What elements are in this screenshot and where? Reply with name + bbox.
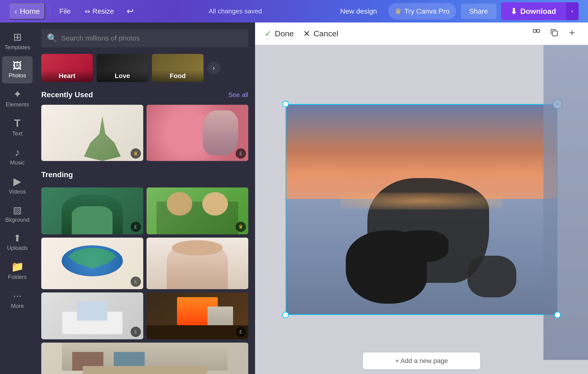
canvas-frame[interactable]: ↻ — [285, 104, 557, 315]
sidebar-item-elements[interactable]: ✦ Elements — [2, 84, 32, 113]
download-button[interactable]: ⬇ Download — [501, 2, 566, 20]
music-icon: ♪ — [15, 147, 20, 157]
undo-button[interactable]: ↩ — [123, 3, 137, 20]
icon-sidebar: ⊞ Templates 🖼 Photos ✦ Elements T Text ♪… — [0, 22, 35, 374]
resize-handle-bottom-left[interactable] — [282, 312, 289, 318]
file-button[interactable]: File — [55, 4, 75, 19]
done-cancel-bar: ✓ Done ✕ Cancel — [255, 22, 588, 45]
trending-title: Trending — [41, 170, 73, 179]
category-chip-love[interactable]: Love — [97, 54, 148, 82]
more-icon: ··· — [13, 291, 22, 301]
search-input[interactable] — [61, 34, 243, 42]
canvas-duplicate-button[interactable] — [548, 26, 561, 41]
canvas-workspace[interactable]: ↻ + Add a new page — [255, 45, 588, 374]
svg-rect-2 — [553, 31, 557, 36]
pro-badge-1: ♛ — [131, 148, 141, 159]
sidebar-item-more[interactable]: ··· More — [2, 286, 32, 314]
heart-chip-label: Heart — [41, 70, 93, 82]
new-design-button[interactable]: New design — [334, 3, 384, 19]
sidebar-item-uploads[interactable]: ⬆ Uploads — [2, 229, 32, 256]
see-all-button[interactable]: See all — [228, 91, 248, 99]
canvas-area: ✓ Done ✕ Cancel — [255, 22, 588, 374]
pro-badge-4: ♛ — [236, 222, 246, 232]
home-button[interactable]: ‹ Home — [9, 3, 45, 20]
done-button[interactable]: ✓ Done — [264, 29, 294, 39]
svg-rect-1 — [537, 30, 540, 32]
resize-label: Resize — [92, 7, 114, 15]
trending-photo-5[interactable]: £ — [41, 292, 143, 339]
canvas-copy-style-button[interactable] — [530, 26, 543, 41]
photos-panel: 🔍 Heart Love Food › Recently Used See al… — [35, 22, 255, 374]
sidebar-item-text[interactable]: T Text — [2, 114, 32, 142]
try-pro-button[interactable]: ♛ Try Canva Pro — [388, 3, 456, 20]
love-chip-label: Love — [97, 70, 148, 82]
add-page-button[interactable]: + Add a new page — [363, 353, 480, 369]
rock-right — [467, 256, 516, 298]
uploads-icon: ⬆ — [13, 233, 21, 243]
new-design-label: New design — [340, 7, 377, 15]
download-more-button[interactable]: ▾ — [566, 2, 579, 20]
divider — [50, 5, 50, 17]
download-label: Download — [520, 7, 556, 16]
recent-photo-1[interactable]: ♛ — [41, 105, 143, 161]
pro-badge-7: £ — [236, 327, 246, 337]
category-row: Heart Love Food › — [41, 54, 248, 82]
checkmark-icon: ✓ — [264, 29, 272, 39]
resize-handle-bottom-right[interactable] — [554, 312, 561, 318]
share-button[interactable]: Share — [461, 3, 496, 19]
photos-label: Photos — [9, 72, 26, 79]
trending-grid: £ ♛ £ — [41, 187, 248, 374]
pro-badge-6: £ — [131, 327, 141, 337]
music-label: Music — [10, 159, 25, 166]
trending-photo-6[interactable]: £ — [147, 292, 249, 339]
category-chip-heart[interactable]: Heart — [41, 54, 93, 82]
cancel-button[interactable]: ✕ Cancel — [303, 29, 338, 39]
chevron-left-icon: ‹ — [15, 7, 17, 16]
sidebar-item-folders[interactable]: 📁 Folders — [2, 257, 32, 285]
canvas-image — [285, 104, 557, 315]
category-chip-food[interactable]: Food — [152, 54, 203, 82]
file-label: File — [59, 7, 71, 15]
trending-photo-2[interactable]: ♛ — [147, 187, 249, 234]
background-label: Bkground — [5, 217, 30, 223]
sidebar-item-videos[interactable]: ▶ Videos — [2, 172, 32, 200]
recently-used-grid: ♛ £ — [41, 105, 248, 161]
saved-status: All changes saved — [144, 8, 326, 15]
x-icon: ✕ — [303, 29, 310, 39]
folders-label: Folders — [8, 274, 27, 280]
trending-photo-4[interactable] — [147, 238, 249, 289]
recent-photo-2[interactable]: £ — [147, 105, 249, 161]
templates-icon: ⊞ — [13, 32, 22, 42]
search-bar: 🔍 — [41, 29, 248, 47]
trending-photo-7[interactable] — [41, 343, 248, 374]
resize-handle-top-left[interactable] — [282, 101, 289, 107]
try-pro-label: Try Canva Pro — [404, 7, 450, 15]
videos-icon: ▶ — [13, 176, 21, 187]
canvas-overflow-right — [544, 45, 588, 360]
sidebar-item-templates[interactable]: ⊞ Templates — [2, 27, 32, 55]
videos-label: Videos — [9, 188, 26, 195]
sidebar-item-background[interactable]: ▨ Bkground — [2, 201, 32, 228]
trending-photo-1[interactable]: £ — [41, 187, 143, 234]
home-label: Home — [20, 7, 40, 16]
sidebar-item-music[interactable]: ♪ Music — [2, 143, 32, 171]
chevron-down-icon: ▾ — [571, 10, 573, 13]
download-icon: ⬇ — [510, 7, 517, 16]
sidebar-item-photos[interactable]: 🖼 Photos — [2, 56, 32, 83]
elements-label: Elements — [6, 101, 29, 108]
trending-header: Trending — [41, 170, 248, 179]
category-scroll-right[interactable]: › — [207, 61, 220, 74]
trending-photo-3[interactable]: £ — [41, 238, 143, 289]
photos-icon: 🖼 — [13, 61, 22, 70]
resize-button[interactable]: ⇔ Resize — [80, 4, 119, 19]
templates-label: Templates — [4, 44, 30, 51]
main-layout: ⊞ Templates 🖼 Photos ✦ Elements T Text ♪… — [0, 22, 588, 374]
canvas-add-button[interactable] — [566, 26, 579, 41]
search-icon: 🔍 — [47, 33, 57, 43]
cancel-label: Cancel — [314, 29, 338, 38]
uploads-label: Uploads — [7, 245, 28, 251]
share-label: Share — [469, 7, 488, 15]
crown-icon: ♛ — [395, 7, 402, 16]
resize-icon: ⇔ — [85, 8, 90, 15]
more-label: More — [11, 303, 24, 309]
